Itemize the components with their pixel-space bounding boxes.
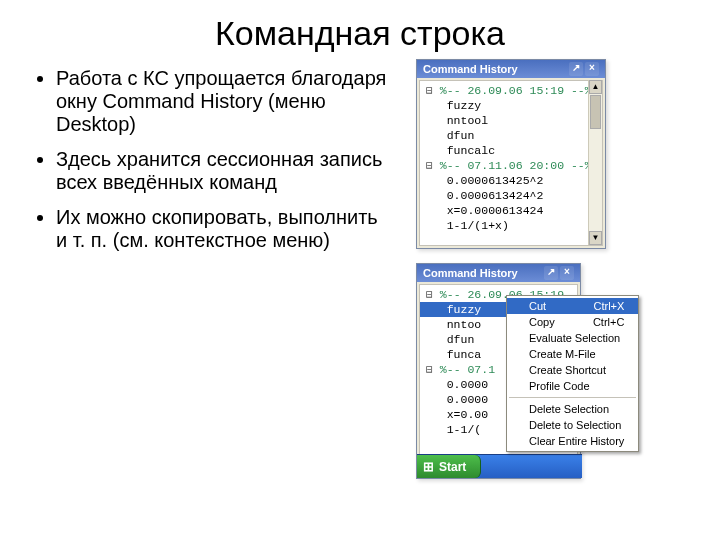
scroll-down-icon[interactable]: ▼ <box>589 231 602 245</box>
bullet-item: Их можно скопировать, выполнить и т. п. … <box>56 206 394 252</box>
panel-title-text: Command History <box>423 267 518 279</box>
menu-item-shortcut: Ctrl+X <box>593 300 624 312</box>
history-command[interactable]: fuzzy <box>420 98 602 113</box>
close-icon[interactable]: × <box>560 266 574 280</box>
scroll-thumb[interactable] <box>590 95 601 129</box>
history-command[interactable]: dfun <box>420 128 602 143</box>
history-command[interactable]: 1-1/(1+x) <box>420 218 602 233</box>
panel-title-text: Command History <box>423 63 518 75</box>
command-history-panel-1: Command History ↗ × %-- 26.09.06 15:19 -… <box>416 59 606 249</box>
menu-item-label: Create Shortcut <box>529 364 624 376</box>
history-command[interactable]: x=0.0000613424 <box>420 203 602 218</box>
history-command[interactable]: 0.0000613424^2 <box>420 188 602 203</box>
history-command[interactable]: 0.0000613425^2 <box>420 173 602 188</box>
menu-item[interactable]: Create M-File <box>507 346 638 362</box>
menu-item-label: Cut <box>529 300 563 312</box>
menu-item-label: Evaluate Selection <box>529 332 624 344</box>
session-header[interactable]: %-- 07.11.06 20:00 --% <box>420 158 602 173</box>
scroll-up-icon[interactable]: ▲ <box>589 80 602 94</box>
close-icon[interactable]: × <box>585 62 599 76</box>
windows-flag-icon: ⊞ <box>423 459 434 474</box>
menu-item[interactable]: Clear Entire History <box>507 433 638 449</box>
menu-item[interactable]: Evaluate Selection <box>507 330 638 346</box>
menu-item-label: Create M-File <box>529 348 624 360</box>
undock-icon[interactable]: ↗ <box>544 266 558 280</box>
menu-item-label: Delete Selection <box>529 403 624 415</box>
panel-titlebar[interactable]: Command History ↗ × <box>417 264 580 282</box>
menu-item[interactable]: Create Shortcut <box>507 362 638 378</box>
menu-item[interactable]: CopyCtrl+C <box>507 314 638 330</box>
bullet-item: Здесь хранится сессионная запись всех вв… <box>56 148 394 194</box>
bullet-item: Работа с КС упрощается благодаря окну Co… <box>56 67 394 136</box>
menu-item-label: Profile Code <box>529 380 624 392</box>
bullet-column: Работа с КС упрощается благодаря окну Co… <box>34 67 394 264</box>
menu-item-label: Copy <box>529 316 563 328</box>
scrollbar[interactable]: ▲ ▼ <box>588 80 602 245</box>
session-header[interactable]: %-- 26.09.06 15:19 --% <box>420 83 602 98</box>
slide-title: Командная строка <box>0 0 720 53</box>
history-command[interactable]: funcalc <box>420 143 602 158</box>
menu-item-shortcut: Ctrl+C <box>593 316 624 328</box>
menu-item[interactable]: Delete to Selection <box>507 417 638 433</box>
menu-item[interactable]: Profile Code <box>507 378 638 394</box>
menu-item-label: Delete to Selection <box>529 419 624 431</box>
undock-icon[interactable]: ↗ <box>569 62 583 76</box>
menu-item[interactable]: CutCtrl+X <box>507 298 638 314</box>
menu-separator <box>509 397 636 398</box>
start-label: Start <box>439 460 466 474</box>
panel-titlebar[interactable]: Command History ↗ × <box>417 60 605 78</box>
context-menu: CutCtrl+XCopyCtrl+CEvaluate SelectionCre… <box>506 295 639 452</box>
menu-item[interactable]: Delete Selection <box>507 401 638 417</box>
start-button[interactable]: ⊞ Start <box>417 455 481 478</box>
menu-item-label: Clear Entire History <box>529 435 624 447</box>
history-command[interactable]: nntool <box>420 113 602 128</box>
taskbar: ⊞ Start <box>417 454 582 478</box>
